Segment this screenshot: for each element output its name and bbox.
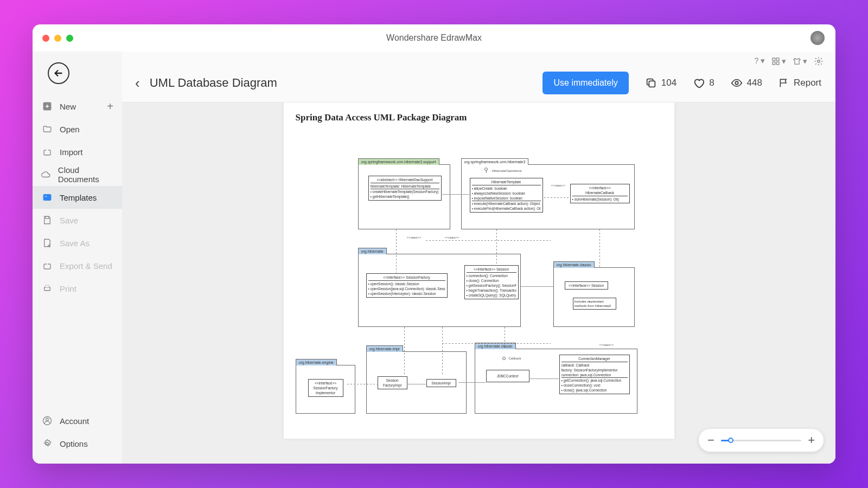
sidebar-item-label: Cloud Documents <box>58 165 113 184</box>
flag-icon <box>778 78 789 88</box>
package-hibernate: org.hibernate <<interface>> SessionFacto… <box>358 254 521 327</box>
close-icon[interactable] <box>42 35 49 42</box>
sidebar-item-print: Print <box>33 277 122 300</box>
sidebar-item-export: Export & Send <box>33 254 122 277</box>
package-spring-hibernate: org.springframework.orm.hibernate3 Hiber… <box>461 164 635 229</box>
sidebar-item-label: Account <box>60 416 89 426</box>
export-icon <box>41 260 53 272</box>
account-icon <box>41 415 53 427</box>
plus-box-icon <box>41 100 53 112</box>
cloud-icon <box>41 169 52 181</box>
minimize-icon[interactable] <box>54 35 61 42</box>
package-tab: org.hibernate <box>358 248 387 254</box>
package-engine: org.hibernate.engine <<interface>> Sessi… <box>296 365 355 414</box>
svg-rect-4 <box>46 216 49 219</box>
sidebar-item-label: New <box>60 102 76 111</box>
sidebar-item-cloud[interactable]: Cloud Documents <box>33 163 122 186</box>
import-icon <box>41 146 53 158</box>
sidebar-item-templates[interactable]: Templates <box>33 186 122 209</box>
label-hibernate-ops: HibernateOperations <box>492 169 522 172</box>
package-tab: org.hibernate.impl <box>366 345 403 352</box>
sidebar-item-account[interactable]: Account <box>33 409 122 432</box>
back-button[interactable] <box>48 62 69 84</box>
body: New + Open Import Cloud Documents Templa… <box>33 52 835 464</box>
sidebar-item-saveas: Save As <box>33 232 122 254</box>
report-button[interactable]: Report <box>778 78 821 88</box>
zoom-control[interactable]: − + <box>699 429 824 452</box>
label-callback: Callback <box>509 357 521 360</box>
package-spring-support: org.springframework.orm.hibernate3.suppo… <box>358 164 450 229</box>
main: ？▾ ▾ ▾ ‹ UML Database Diagram Use immedi… <box>122 52 835 464</box>
package-impl: org.hibernate.impl Session FactoryImpl S… <box>366 351 467 414</box>
zoom-slider[interactable] <box>721 440 801 441</box>
back-chevron[interactable]: ‹ <box>135 75 140 92</box>
class-session-factory: <<interface>> SessionFactory • openSessi… <box>366 273 448 298</box>
maximize-icon[interactable] <box>66 35 73 42</box>
sidebar: New + Open Import Cloud Documents Templa… <box>33 52 122 464</box>
svg-point-15 <box>818 60 820 62</box>
likes-stat[interactable]: 8 <box>693 77 714 89</box>
template-header: ‹ UML Database Diagram Use immediately 1… <box>122 66 835 102</box>
svg-point-17 <box>735 81 738 85</box>
class-dao-support: <<abstract>> HibernateDaoSupport hiberna… <box>368 176 442 201</box>
class-sf-implementor: <<interface>> SessionFactory Implementor <box>308 379 343 397</box>
saveas-icon <box>41 237 53 249</box>
titlebar: Wondershare EdrawMax <box>33 24 835 52</box>
class-connection-manager: ConnectionManager callback: Callback fac… <box>559 355 630 394</box>
svg-rect-11 <box>773 58 775 61</box>
canvas[interactable]: Spring Data Access UML Package Diagram o… <box>122 102 835 464</box>
svg-rect-6 <box>44 287 50 291</box>
sidebar-item-open[interactable]: Open <box>33 118 122 140</box>
diagram-page: Spring Data Access UML Package Diagram o… <box>284 102 674 439</box>
class-jdbc-context: JDBCContext <box>486 370 529 382</box>
class-classic-session: <<interface>> Session <box>565 281 608 290</box>
diagram-title: Spring Data Access UML Package Diagram <box>296 112 662 123</box>
zoom-out-button[interactable]: − <box>707 433 714 447</box>
svg-rect-16 <box>649 81 655 87</box>
copy-icon <box>645 77 657 89</box>
shirt-icon[interactable]: ▾ <box>793 56 807 66</box>
sidebar-item-import[interactable]: Import <box>33 140 122 163</box>
template-icon <box>41 191 53 203</box>
package-classic-bottom: org.hibernate.classic Callback JDBCConte… <box>475 349 637 414</box>
add-icon[interactable]: + <box>107 100 113 113</box>
print-icon <box>41 282 53 294</box>
sidebar-item-label: Print <box>60 284 76 293</box>
folder-icon <box>41 123 53 135</box>
sidebar-item-label: Open <box>60 125 80 134</box>
gear-icon <box>41 438 53 450</box>
avatar[interactable] <box>809 30 826 46</box>
sidebar-item-label: Export & Send <box>60 261 112 271</box>
settings-icon[interactable] <box>814 56 824 66</box>
app-title: Wondershare EdrawMax <box>386 33 482 43</box>
quickbar: ？▾ ▾ ▾ <box>122 52 835 66</box>
help-icon[interactable]: ？▾ <box>752 56 765 66</box>
copies-stat: 104 <box>645 77 676 89</box>
zoom-in-button[interactable]: + <box>808 433 815 447</box>
svg-point-9 <box>46 419 49 421</box>
sidebar-item-options[interactable]: Options <box>33 432 122 455</box>
page-title: UML Database Diagram <box>150 76 277 90</box>
class-session-impl: SessionImpl <box>426 379 456 387</box>
svg-rect-12 <box>776 58 779 61</box>
svg-rect-7 <box>46 285 49 287</box>
svg-rect-13 <box>773 62 775 65</box>
window-controls <box>42 35 73 42</box>
package-tab: org.hibernate.classic <box>553 261 595 268</box>
class-hibernate-callback: <<interface>> HibernateCallback • doInHi… <box>570 184 630 203</box>
eye-icon <box>731 77 743 89</box>
grid-icon[interactable]: ▾ <box>771 56 786 66</box>
package-tab: org.springframework.orm.hibernate3.suppo… <box>358 158 439 165</box>
sidebar-item-label: Save <box>60 216 78 225</box>
sidebar-item-label: Save As <box>60 239 90 248</box>
app-window: Wondershare EdrawMax New + Open Import <box>33 24 835 464</box>
sidebar-item-new[interactable]: New + <box>33 95 122 118</box>
class-sf-impl: Session FactoryImpl <box>378 376 407 389</box>
svg-rect-3 <box>45 196 48 197</box>
views-stat: 448 <box>731 77 762 89</box>
package-tab: org.springframework.orm.hibernate3 <box>461 158 529 165</box>
use-immediately-button[interactable]: Use immediately <box>542 72 628 94</box>
package-tab: org.hibernate.engine <box>296 359 337 365</box>
svg-rect-14 <box>776 62 779 65</box>
sidebar-item-label: Import <box>60 147 83 157</box>
